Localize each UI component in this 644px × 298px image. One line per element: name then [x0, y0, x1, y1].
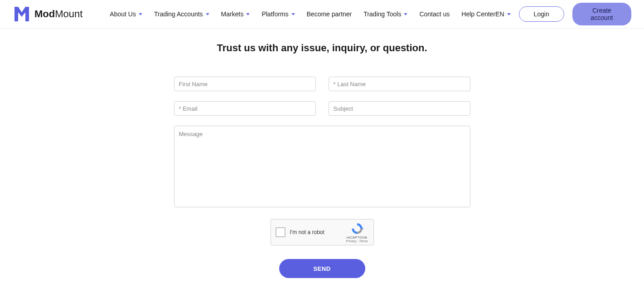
recaptcha-widget: I'm not a robot reCAPTCHA Privacy - Term…: [271, 219, 374, 245]
header-actions: EN Login Create account: [495, 3, 631, 25]
main-nav: About Us Trading Accounts Markets Platfo…: [110, 10, 495, 18]
nav-label: Become partner: [307, 10, 352, 18]
recaptcha-label: I'm not a robot: [290, 229, 341, 235]
recaptcha-branding: reCAPTCHA Privacy - Terms: [345, 222, 369, 243]
language-selector[interactable]: EN: [495, 10, 510, 18]
nav-label: About Us: [110, 10, 136, 18]
recaptcha-checkbox[interactable]: [276, 227, 286, 237]
language-label: EN: [495, 10, 504, 18]
nav-label: Contact us: [419, 10, 450, 18]
form-row-email-subject: [174, 101, 470, 116]
nav-label: Trading Tools: [363, 10, 401, 18]
chevron-down-icon: [291, 13, 295, 15]
svg-marker-0: [362, 227, 363, 230]
recaptcha-icon: [351, 222, 363, 235]
brand-name: ModMount: [34, 8, 82, 20]
nav-trading-tools[interactable]: Trading Tools: [363, 10, 407, 18]
contact-form: I'm not a robot reCAPTCHA Privacy - Term…: [174, 77, 470, 278]
chevron-down-icon: [507, 13, 511, 15]
nav-platforms[interactable]: Platforms: [261, 10, 295, 18]
nav-about-us[interactable]: About Us: [110, 10, 142, 18]
form-row-name: [174, 77, 470, 91]
nav-trading-accounts[interactable]: Trading Accounts: [154, 10, 209, 18]
nav-label: Platforms: [261, 10, 288, 18]
last-name-input[interactable]: [329, 77, 470, 91]
page-subtitle: Trust us with any issue, inquiry, or que…: [217, 42, 427, 54]
chevron-down-icon: [139, 13, 142, 15]
chevron-down-icon: [404, 13, 407, 15]
first-name-input[interactable]: [174, 77, 316, 91]
create-account-button[interactable]: Create account: [572, 3, 631, 25]
recaptcha-links: Privacy - Terms: [346, 239, 368, 243]
nav-label: Trading Accounts: [154, 10, 203, 18]
nav-help-center[interactable]: Help Center: [461, 10, 495, 18]
message-textarea[interactable]: [174, 126, 470, 207]
nav-label: Markets: [221, 10, 244, 18]
nav-contact-us[interactable]: Contact us: [419, 10, 450, 18]
subject-input[interactable]: [329, 101, 470, 116]
brand-logo[interactable]: ModMount: [13, 5, 82, 23]
recaptcha-brand-text: reCAPTCHA: [347, 235, 367, 239]
email-input[interactable]: [174, 101, 316, 116]
main-content: Trust us with any issue, inquiry, or que…: [0, 29, 644, 278]
nav-label: Help Center: [461, 10, 495, 18]
site-header: ModMount About Us Trading Accounts Marke…: [0, 0, 644, 29]
logo-icon: [13, 5, 31, 23]
nav-markets[interactable]: Markets: [221, 10, 250, 18]
chevron-down-icon: [246, 13, 250, 15]
nav-become-partner[interactable]: Become partner: [307, 10, 352, 18]
chevron-down-icon: [206, 13, 209, 15]
login-button[interactable]: Login: [519, 6, 564, 22]
send-button[interactable]: SEND: [279, 259, 365, 278]
